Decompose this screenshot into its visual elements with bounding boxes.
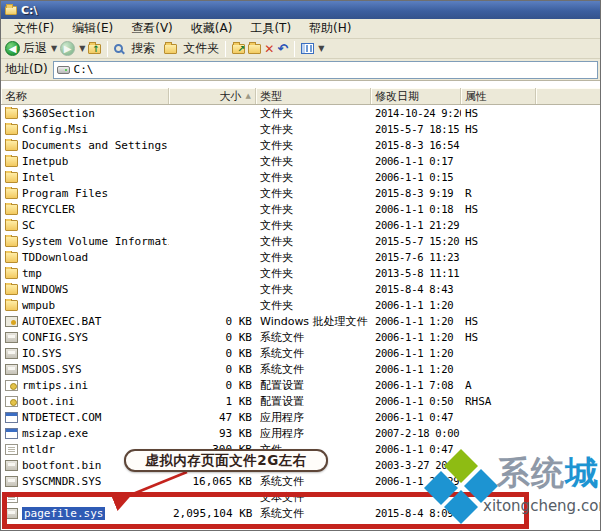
menu-item[interactable]: 查看(V)	[122, 19, 182, 38]
folder-icon	[5, 204, 18, 215]
file-date: 2006-1-1 21:29	[371, 219, 461, 231]
file-name[interactable]: SYSCMNDR.SYS	[22, 475, 101, 488]
file-date: 2007-2-18 0:00	[371, 427, 461, 439]
undo-icon[interactable]: ↶	[277, 41, 288, 56]
table-row[interactable]: Config.Msi文件夹2015-5-7 18:15HS	[1, 121, 600, 137]
file-name[interactable]: $360Section	[22, 107, 95, 120]
file-type: 系统文件	[256, 330, 371, 345]
folder-icon	[5, 284, 18, 295]
file-date: 2006-1-1 0:47	[371, 443, 461, 455]
file-date: 2006-1-1 7:08	[371, 379, 461, 391]
file-name[interactable]: SC	[22, 219, 35, 232]
file-type: 应用程序	[256, 426, 371, 441]
file-name[interactable]: Documents and Settings	[22, 139, 168, 152]
file-attributes: HS	[461, 107, 536, 120]
file-name[interactable]: msizap.exe	[22, 427, 88, 440]
table-row[interactable]: Program Files文件夹2015-8-3 9:19R	[1, 185, 600, 201]
file-name[interactable]: CONFIG.SYS	[22, 331, 88, 344]
system-file-icon	[5, 476, 18, 487]
table-row[interactable]: tmp文件夹2013-5-8 11:11	[1, 265, 600, 281]
table-row[interactable]: Documents and Settings文件夹2015-8-3 16:54	[1, 137, 600, 153]
file-date: 2015-5-7 15:20	[371, 235, 461, 247]
column-header-name[interactable]: 名称	[1, 88, 169, 104]
file-name[interactable]: ntldr	[22, 443, 55, 456]
file-name[interactable]: NTDETECT.COM	[22, 411, 101, 424]
config-file-icon	[5, 380, 18, 391]
folders-button-label[interactable]: 文件夹	[183, 40, 219, 57]
file-name[interactable]: Program Files	[22, 187, 108, 200]
column-header-type[interactable]: 类型	[256, 88, 371, 104]
forward-dropdown-icon[interactable]: ▼	[79, 44, 85, 53]
address-input[interactable]: C:\	[53, 61, 598, 79]
file-name[interactable]: WINDOWS	[22, 283, 68, 296]
table-row[interactable]: CONFIG.SYS0 KB系统文件2006-1-1 1:20HS	[1, 329, 600, 345]
views-icon[interactable]	[301, 43, 314, 54]
table-row[interactable]: NTDETECT.COM47 KB应用程序2006-1-1 0:47	[1, 409, 600, 425]
menu-item[interactable]: 工具(T)	[241, 19, 300, 38]
table-row[interactable]: msizap.exe93 KB应用程序2007-2-18 0:00	[1, 425, 600, 441]
folders-icon[interactable]	[164, 44, 177, 54]
search-button-label[interactable]: 搜索	[131, 40, 155, 57]
table-row[interactable]: System Volume Information文件夹2015-5-7 15:…	[1, 233, 600, 249]
views-dropdown-icon[interactable]: ▼	[318, 44, 324, 53]
table-row[interactable]: 文本文件	[1, 489, 600, 505]
table-row[interactable]: wmpub文件夹2006-1-1 1:20	[1, 297, 600, 313]
file-name[interactable]: rmtips.ini	[22, 379, 88, 392]
file-name[interactable]: wmpub	[22, 299, 55, 312]
menu-item[interactable]: 帮助(H)	[300, 19, 360, 38]
column-header-size[interactable]: 大小▲	[169, 88, 256, 104]
table-row[interactable]: rmtips.ini0 KB配置设置2006-1-1 7:08A	[1, 377, 600, 393]
back-dropdown-icon[interactable]: ▼	[51, 44, 57, 53]
delete-icon[interactable]: ✕	[264, 42, 274, 56]
column-header-attr[interactable]: 属性	[461, 88, 536, 104]
back-icon[interactable]: ◀	[5, 41, 20, 56]
table-row[interactable]: TDDownload文件夹2015-7-6 11:23	[1, 249, 600, 265]
table-row[interactable]: RECYCLER文件夹2006-1-1 0:18HS	[1, 201, 600, 217]
menu-item[interactable]: 收藏(A)	[182, 19, 242, 38]
table-row[interactable]: SYSCMNDR.SYS16,065 KB系统文件2006-1-1 21:29	[1, 473, 600, 489]
system-file-icon	[5, 364, 18, 375]
column-header-filler	[536, 88, 600, 104]
copy-to-icon[interactable]	[248, 44, 261, 54]
column-headers: 名称大小▲类型修改日期属性	[1, 88, 600, 105]
forward-icon[interactable]: ▶	[60, 41, 75, 56]
file-date: 2006-1-1 0:15	[371, 171, 461, 183]
file-name[interactable]: Intel	[22, 171, 55, 184]
table-row[interactable]: AUTOEXEC.BAT0 KBWindows 批处理文件2006-1-1 1:…	[1, 313, 600, 329]
file-name[interactable]: pagefile.sys	[22, 507, 105, 520]
file-name[interactable]: Inetpub	[22, 155, 68, 168]
file-name[interactable]: MSDOS.SYS	[22, 363, 82, 376]
table-row[interactable]: Intel文件夹2006-1-1 0:15	[1, 169, 600, 185]
menu-item[interactable]: 编辑(E)	[63, 19, 122, 38]
menu-item[interactable]: 文件(F)	[5, 19, 63, 38]
table-row[interactable]: $360Section文件夹2014-10-24 9:20HS	[1, 105, 600, 121]
table-row[interactable]: MSDOS.SYS0 KB系统文件2006-1-1 1:20	[1, 361, 600, 377]
column-header-date[interactable]: 修改日期	[371, 88, 461, 104]
table-row[interactable]: boot.ini1 KB配置设置2006-1-1 0:50RHSA	[1, 393, 600, 409]
table-row[interactable]: SC文件夹2006-1-1 21:29	[1, 217, 600, 233]
up-icon[interactable]: ↑	[88, 44, 101, 54]
title-bar[interactable]: C:\	[1, 1, 600, 19]
table-row[interactable]: IO.SYS0 KB系统文件2006-1-1 1:20	[1, 345, 600, 361]
search-icon[interactable]	[114, 44, 123, 53]
back-button-label[interactable]: 后退	[23, 40, 47, 57]
file-name[interactable]: IO.SYS	[22, 347, 62, 360]
table-row[interactable]: Inetpub文件夹2006-1-1 0:17	[1, 153, 600, 169]
annotation-callout: 虚拟内存页面文件2G左右	[124, 449, 328, 472]
file-name[interactable]: boot.ini	[22, 395, 75, 408]
file-name[interactable]: TDDownload	[22, 251, 88, 264]
file-date: 2015-8-4 8:09	[371, 507, 461, 519]
file-date: 2015-8-3 16:54	[371, 139, 461, 151]
file-name[interactable]: tmp	[22, 267, 42, 280]
file-type: 文件夹	[256, 234, 371, 249]
file-name[interactable]: AUTOEXEC.BAT	[22, 315, 101, 328]
file-name[interactable]: Config.Msi	[22, 123, 88, 136]
toolbar-separator	[294, 41, 295, 57]
table-row[interactable]: pagefile.sys2,095,104 KB系统文件2015-8-4 8:0…	[1, 505, 600, 521]
file-name[interactable]: System Volume Information	[22, 235, 169, 248]
file-name[interactable]: bootfont.bin	[22, 459, 101, 472]
file-type: 文本文件	[256, 490, 371, 505]
file-name[interactable]: RECYCLER	[22, 203, 75, 216]
move-to-icon[interactable]: ↗	[232, 44, 245, 54]
table-row[interactable]: WINDOWS文件夹2015-8-4 8:43	[1, 281, 600, 297]
